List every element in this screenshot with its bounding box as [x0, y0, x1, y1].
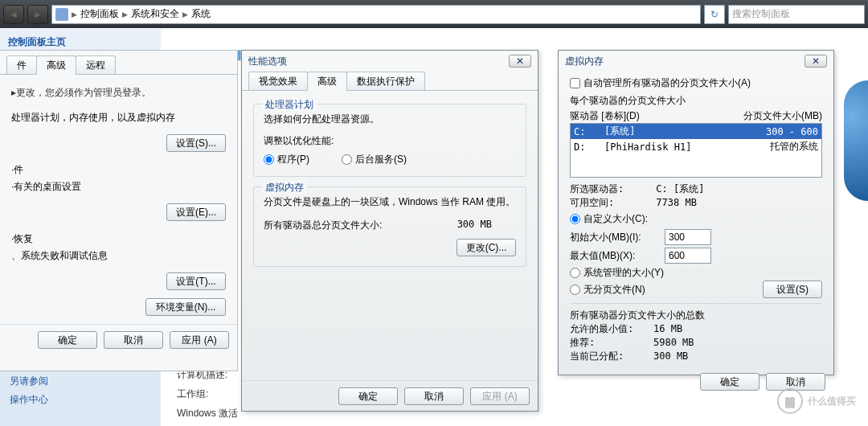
- init-label: 初始大小(MB)(I):: [570, 231, 658, 244]
- windows-orb-art: [844, 80, 868, 201]
- cur-value: 300 MB: [653, 350, 688, 362]
- chevron-right-icon: ▶: [182, 10, 188, 18]
- max-label: 最大值(MB)(X):: [570, 249, 658, 263]
- profiles-desc: ·有关的桌面设置: [11, 180, 226, 194]
- sel-drive-value: C: [系统]: [656, 183, 704, 195]
- vm-close-button[interactable]: ✕: [805, 55, 827, 68]
- tab-remote[interactable]: 远程: [76, 55, 116, 75]
- init-size-input[interactable]: [665, 229, 711, 245]
- radio-no-pf[interactable]: 无分页文件(N): [570, 283, 645, 297]
- crumb-1[interactable]: 系统和安全: [131, 7, 179, 21]
- activation-label: Windows 激活: [177, 403, 238, 423]
- perf-close-button[interactable]: ✕: [509, 55, 531, 68]
- sysprops-ok-button[interactable]: 确定: [38, 331, 97, 349]
- watermark: 什么值得买: [777, 388, 856, 414]
- watermark-text: 什么值得买: [808, 395, 856, 408]
- set-button[interactable]: 设置(S): [763, 281, 822, 298]
- sched-desc: 选择如何分配处理器资源。: [264, 113, 516, 126]
- radio-programs[interactable]: 程序(P): [264, 153, 309, 166]
- recovery-title: ·恢复: [11, 232, 226, 246]
- free-value: 7738 MB: [656, 197, 697, 208]
- radio-sys-managed[interactable]: 系统管理的大小(Y): [570, 266, 664, 280]
- perf-ok-button[interactable]: 确定: [338, 387, 398, 405]
- tab-visual[interactable]: 视觉效果: [248, 72, 308, 91]
- profiles-settings-button[interactable]: 设置(E)...: [166, 203, 226, 221]
- vm-desc: 分页文件是硬盘上的一块区域，Windows 当作 RAM 使用。: [264, 195, 516, 209]
- sched-legend: 处理器计划: [262, 98, 317, 112]
- refresh-button[interactable]: ↻: [704, 5, 725, 24]
- vm-legend: 虚拟内存: [262, 181, 307, 195]
- crumb-2[interactable]: 系统: [191, 7, 211, 21]
- adjust-label: 调整以优化性能:: [264, 134, 516, 148]
- drive-row[interactable]: C:[系统]300 - 600: [571, 124, 821, 139]
- vm-title: 虚拟内存: [565, 55, 604, 68]
- perf-title: 性能选项: [248, 55, 287, 68]
- radio-custom[interactable]: 自定义大小(C):: [570, 212, 648, 226]
- search-input[interactable]: 搜索控制面板: [728, 5, 865, 24]
- perf-settings-button[interactable]: 设置(S)...: [166, 134, 226, 152]
- recovery-settings-button[interactable]: 设置(T)...: [166, 272, 226, 290]
- radio-bgserv[interactable]: 后台服务(S): [342, 153, 407, 166]
- crumb-0[interactable]: 控制面板: [80, 7, 119, 21]
- chevron-right-icon: ▶: [122, 10, 128, 18]
- smzdm-logo-icon: [777, 388, 803, 414]
- chevron-right-icon: ▶: [72, 10, 77, 18]
- tab-perf-advanced[interactable]: 高级: [307, 72, 347, 91]
- min-label: 允许的最小值:: [570, 322, 653, 336]
- hdr-pf: 分页文件大小(MB): [743, 109, 822, 123]
- tab-dep[interactable]: 数据执行保护: [346, 72, 425, 91]
- vm-total-value: 300 MB: [457, 219, 492, 232]
- totals-legend: 所有驱动器分页文件大小的总数: [570, 309, 822, 322]
- sysprops-cancel-button[interactable]: 取消: [104, 331, 163, 349]
- tab-advanced[interactable]: 高级: [36, 55, 76, 75]
- per-drive-label: 每个驱动器的分页文件大小: [570, 94, 822, 108]
- admin-note: ▸更改，您必须作为管理员登录。: [11, 86, 226, 100]
- profiles-title: ·件: [11, 163, 226, 177]
- tab-comp-name[interactable]: 件: [6, 55, 37, 75]
- perf-apply-button[interactable]: 应用 (A): [470, 387, 530, 405]
- drive-list[interactable]: C:[系统]300 - 600D:[PhiHardisk H1]托管的系统: [570, 123, 822, 178]
- nav-forward-button[interactable]: ►: [27, 5, 48, 24]
- vm-ok-button[interactable]: 确定: [700, 373, 760, 391]
- search-placeholder: 搜索控制面板: [732, 7, 790, 21]
- perf-desc: 处理器计划，内存使用，以及虚拟内存: [11, 111, 226, 125]
- recovery-desc: 、系统失败和调试信息: [11, 249, 226, 263]
- virtual-memory-window: 虚拟内存 ✕ 自动管理所有驱动器的分页文件大小(A) 每个驱动器的分页文件大小 …: [558, 50, 834, 375]
- perf-cancel-button[interactable]: 取消: [404, 387, 464, 405]
- env-vars-button[interactable]: 环境变量(N)...: [145, 298, 226, 316]
- explorer-navbar: ◄ ► ▶ 控制面板 ▶ 系统和安全 ▶ 系统 ↻ 搜索控制面板: [0, 0, 868, 28]
- control-panel-icon: [55, 8, 68, 21]
- sel-drive-label: 所选驱动器:: [570, 182, 653, 196]
- min-value: 16 MB: [653, 323, 682, 334]
- free-label: 可用空间:: [570, 196, 653, 210]
- cur-label: 当前已分配:: [570, 350, 653, 363]
- auto-manage-checkbox[interactable]: 自动管理所有驱动器的分页文件大小(A): [570, 76, 751, 90]
- rec-value: 5980 MB: [653, 337, 694, 348]
- system-properties-window: 件 高级 远程 ▸更改，您必须作为管理员登录。 处理器计划，内存使用，以及虚拟内…: [0, 50, 238, 371]
- max-size-input[interactable]: [665, 248, 711, 264]
- perf-options-window: 性能选项 ✕ 视觉效果 高级 数据执行保护 处理器计划 选择如何分配处理器资源。…: [241, 50, 538, 412]
- vm-change-button[interactable]: 更改(C)...: [457, 239, 516, 256]
- breadcrumb[interactable]: ▶ 控制面板 ▶ 系统和安全 ▶ 系统: [51, 5, 701, 24]
- nav-back-button[interactable]: ◄: [3, 5, 24, 24]
- hdr-drive: 驱动器 [卷标](D): [570, 109, 640, 123]
- see-also-title: 另请参阅: [10, 375, 48, 388]
- workgroup-label: 工作组:: [177, 384, 238, 403]
- drive-row[interactable]: D:[PhiHardisk H1]托管的系统: [571, 139, 821, 154]
- sysprops-apply-button[interactable]: 应用 (A): [170, 331, 229, 349]
- see-also-item[interactable]: 操作中心: [10, 393, 48, 407]
- rec-label: 推荐:: [570, 336, 653, 350]
- vm-total-label: 所有驱动器总分页文件大小:: [264, 219, 382, 232]
